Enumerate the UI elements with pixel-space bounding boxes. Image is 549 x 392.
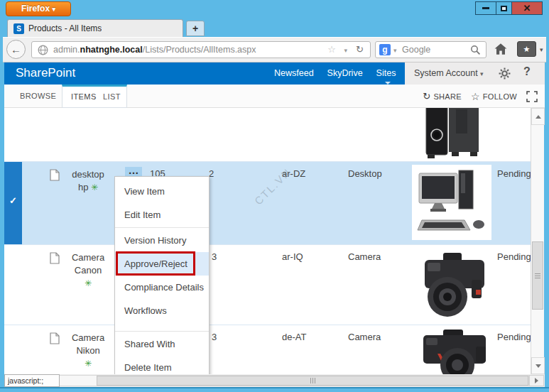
menu-item-edit-item[interactable]: Edit Item <box>115 203 209 227</box>
cell-stock: 2 <box>209 168 214 179</box>
cell-category: Camera <box>348 251 381 262</box>
sharepoint-favicon: S <box>13 23 24 34</box>
table-row-camera-canon[interactable]: Camera Canon ✳ 3 ar-IQ Camera Pending <box>4 245 531 325</box>
product-image-dell-tower <box>412 108 491 160</box>
gear-icon[interactable] <box>499 67 511 80</box>
status-link-hint: javascript:; <box>4 374 60 387</box>
browser-window: Firefox ▾ ✕ S Products - All Items + ← a… <box>0 0 549 392</box>
table-row-desktop-hp[interactable]: ✓ desktop hp ✳ … 105 2 ar-DZ Desktop CTL… <box>4 162 531 245</box>
search-placeholder: Google <box>402 45 430 55</box>
cell-status: Pending <box>497 168 531 179</box>
minimize-icon <box>482 7 489 9</box>
cell-stock: 3 <box>212 251 217 262</box>
tab-bar: S Products - All Items + <box>0 19 549 37</box>
suite-bar: SharePoint Newsfeed SkyDrive Sites Syste… <box>4 62 545 85</box>
check-icon: ✓ <box>9 195 17 206</box>
menu-item-workflows[interactable]: Workflows <box>115 299 209 322</box>
scroll-up-button[interactable] <box>531 108 545 125</box>
maximize-icon <box>501 6 507 11</box>
navigation-toolbar: ← admin.nhatnghe.local/Lists/Products/Al… <box>3 37 546 62</box>
minimize-button[interactable] <box>475 1 496 15</box>
scroll-right-button[interactable] <box>529 375 544 386</box>
suite-links: Newsfeed SkyDrive Sites <box>274 68 396 78</box>
tab-title: Products - All Items <box>28 23 102 33</box>
google-engine-icon[interactable]: g <box>379 44 391 55</box>
bookmarks-button[interactable]: ★ <box>517 41 536 57</box>
new-tab-button[interactable]: + <box>186 21 205 36</box>
engine-dropdown-icon[interactable]: ▾ <box>393 47 397 54</box>
close-icon: ✕ <box>523 4 531 13</box>
url-dropdown-icon[interactable]: ▾ <box>344 47 347 54</box>
vertical-scrollbar[interactable] <box>531 108 544 374</box>
account-menu[interactable]: System Account ▾ <box>414 68 484 78</box>
refresh-icon[interactable]: ↻ <box>356 44 364 55</box>
vertical-scroll-thumb[interactable] <box>532 241 543 310</box>
cell-locale: ar-IQ <box>282 251 303 262</box>
thumb-grip <box>535 273 540 278</box>
menu-item-approve-reject[interactable]: Approve/Reject <box>115 252 209 276</box>
link-sites[interactable]: Sites <box>376 68 396 78</box>
item-name[interactable]: desktop hp ✳ <box>64 168 112 194</box>
focus-mode-icon[interactable] <box>526 91 538 102</box>
titlebar: Firefox ▾ ✕ <box>0 0 549 19</box>
horizontal-scroll-thumb[interactable] <box>97 376 528 386</box>
bookmark-star-icon[interactable]: ☆ <box>327 44 336 55</box>
list-view: ✓ desktop hp ✳ … 105 2 ar-DZ Desktop CTL… <box>4 108 531 374</box>
window-controls: ✕ <box>475 1 543 15</box>
link-newsfeed[interactable]: Newsfeed <box>274 68 314 78</box>
menu-item-compliance-details[interactable]: Compliance Details <box>115 276 209 299</box>
scroll-down-button[interactable] <box>531 357 545 374</box>
cell-locale: de-AT <box>282 332 306 342</box>
menu-separator <box>115 331 209 332</box>
item-context-menu: View Item Edit Item Version History Appr… <box>114 176 210 374</box>
tab-items[interactable]: ITEMS <box>71 92 97 101</box>
help-button[interactable]: ? <box>523 65 531 78</box>
share-icon: ↻ <box>423 91 430 102</box>
link-skydrive[interactable]: SkyDrive <box>327 68 363 78</box>
url-text: admin.nhatnghe.local/Lists/Products/AllI… <box>53 45 256 55</box>
close-button[interactable]: ✕ <box>511 1 543 15</box>
menu-item-view-item[interactable]: View Item <box>115 180 209 203</box>
new-item-icon: ✳ <box>85 359 92 369</box>
ribbon-bar: BROWSE ITEMS LIST ↻SHARE ☆FOLLOW <box>4 85 545 108</box>
follow-button[interactable]: ☆FOLLOW <box>471 91 517 102</box>
ribbon-actions: ↻SHARE ☆FOLLOW <box>423 85 538 108</box>
back-button[interactable]: ← <box>6 40 26 59</box>
new-item-icon: ✳ <box>91 183 98 192</box>
chevron-down-icon: ▾ <box>480 70 484 77</box>
bookmarks-dropdown-icon[interactable]: ▾ <box>540 46 543 53</box>
maximize-button[interactable] <box>496 1 511 15</box>
table-row-camera-nikon[interactable]: Camera Nikon ✳ 3 de-AT Camera Pending <box>4 325 531 374</box>
table-row-dell[interactable] <box>4 108 531 162</box>
firefox-menu-button[interactable]: Firefox ▾ <box>6 1 71 16</box>
item-name[interactable]: Camera Nikon ✳ <box>64 332 112 370</box>
watermark: CTL.VN <box>239 152 308 221</box>
menu-item-shared-with[interactable]: Shared With <box>115 332 209 356</box>
window-bottom-frame <box>0 387 549 392</box>
horizontal-scrollbar[interactable] <box>58 375 529 386</box>
contextual-tab-group: ITEMS LIST <box>62 85 127 108</box>
product-image-canon-camera <box>419 249 491 324</box>
chevron-down-icon: ▾ <box>52 6 55 13</box>
cell-status: Pending <box>497 251 531 262</box>
menu-item-version-history[interactable]: Version History <box>115 229 209 252</box>
search-box[interactable]: g ▾ Google <box>375 41 487 58</box>
cell-category: Desktop <box>348 168 382 179</box>
share-button[interactable]: ↻SHARE <box>423 91 462 102</box>
tab-browse[interactable]: BROWSE <box>20 92 56 100</box>
globe-icon <box>38 45 48 55</box>
tab-list[interactable]: LIST <box>103 92 121 101</box>
arrow-down-icon <box>536 364 541 368</box>
row-selection-bar[interactable]: ✓ <box>4 162 22 244</box>
url-bar[interactable]: admin.nhatnghe.local/Lists/Products/AllI… <box>31 41 371 58</box>
arrow-up-icon <box>536 115 541 119</box>
sharepoint-brand: SharePoint <box>16 66 75 80</box>
cell-stock: 3 <box>212 332 217 342</box>
menu-item-delete-item[interactable]: Delete Item <box>115 356 209 374</box>
search-icon[interactable] <box>470 45 481 55</box>
document-icon <box>50 252 60 264</box>
tab-products-all-items[interactable]: S Products - All Items <box>7 19 183 37</box>
home-button[interactable] <box>494 43 508 55</box>
item-name[interactable]: Camera Canon ✳ <box>64 251 112 290</box>
menu-separator <box>115 227 209 228</box>
